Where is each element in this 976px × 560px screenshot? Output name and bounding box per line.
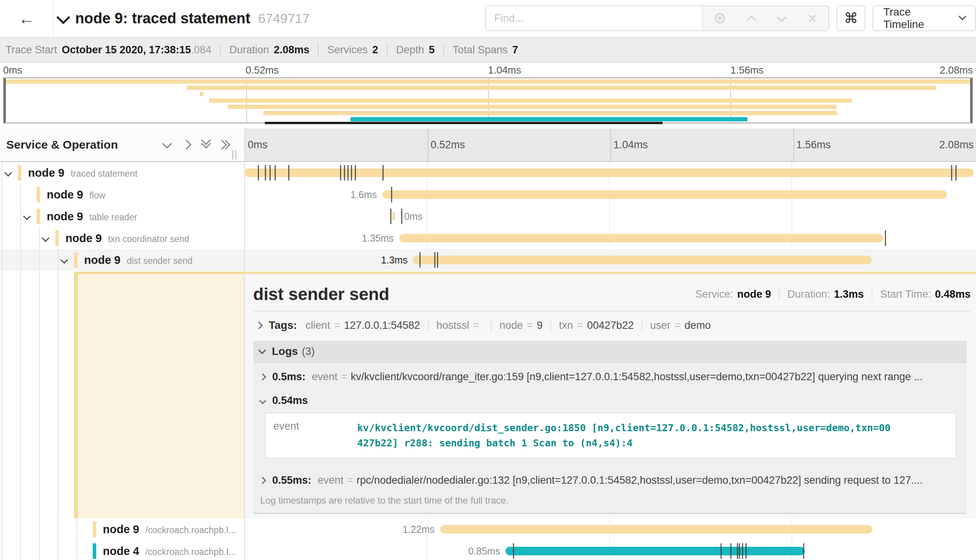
expand-all-icon[interactable]: [222, 141, 229, 148]
command-icon: ⌘: [844, 10, 858, 26]
log-field-value: kv/kvclient/kvcoord/dist_sender.go:1850 …: [357, 420, 891, 451]
view-selector-button[interactable]: Trace Timeline: [872, 5, 976, 31]
span-name-labels: node 9dist sender send: [84, 254, 192, 267]
log-field-key: event: [273, 420, 357, 451]
span-name-cell[interactable]: node 9flow: [0, 184, 245, 205]
span-bar-cell[interactable]: 1.35ms: [245, 227, 976, 249]
log-marker-tick: [340, 165, 341, 181]
span-expand-chevron-icon[interactable]: [4, 169, 12, 177]
span-row[interactable]: node 9txn coordinator send1.35ms: [0, 227, 976, 249]
log-entry[interactable]: 0.55ms: event = rpc/nodedialer/nodediale…: [253, 468, 967, 493]
span-row[interactable]: node 4/cockroach.roachpb.I...0.85ms: [0, 540, 976, 560]
span-bar-cell[interactable]: [245, 162, 976, 184]
log-key: event: [312, 371, 338, 383]
span-expand-chevron-icon[interactable]: [42, 234, 49, 242]
focus-match-icon[interactable]: [715, 13, 725, 23]
log-marker-tick: [288, 165, 289, 181]
log-marker-tick: [513, 543, 514, 559]
trace-start-value: October 15 2020, 17:38:15: [62, 44, 191, 56]
indent-guide: [2, 272, 2, 518]
log-entry-expanded-header[interactable]: 0.54ms: [253, 389, 967, 412]
find-bar: ×: [485, 5, 829, 31]
span-name-cell[interactable]: node 9dist sender send: [0, 249, 245, 271]
span-bar[interactable]: [392, 212, 395, 221]
span-name-cell[interactable]: node 9/cockroach.roachpb.I...: [0, 518, 245, 540]
tags-row[interactable]: Tags: client=127.0.0.1:54582hostssl=node…: [253, 313, 971, 338]
span-duration-label: 1.22ms: [403, 524, 435, 535]
next-match-icon[interactable]: [777, 12, 786, 22]
span-expand-chevron-icon[interactable]: [60, 256, 68, 264]
span-bar[interactable]: [382, 190, 947, 199]
divider: [220, 43, 221, 56]
service-operation-header: Service & Operation: [0, 128, 245, 161]
expand-one-icon[interactable]: [181, 140, 191, 149]
span-bar-cell[interactable]: 0.85ms: [245, 540, 976, 560]
span-bar-cell[interactable]: 0ms: [245, 205, 976, 227]
indent-guide: [20, 184, 21, 205]
log-entry[interactable]: 0.5ms: event = kv/kvclient/kvcoord/range…: [253, 364, 967, 389]
log-marker-tick: [275, 165, 276, 181]
prev-match-icon[interactable]: [747, 15, 756, 25]
minimap-canvas[interactable]: [3, 77, 973, 123]
span-expand-chevron-icon[interactable]: [23, 212, 31, 220]
trace-minimap[interactable]: 0ms0.52ms1.04ms1.56ms2.08ms: [0, 63, 976, 128]
collapse-all-icon[interactable]: [203, 141, 210, 148]
span-color-bar: [37, 209, 40, 224]
timeline-column-header: Service & Operation 0ms0.52ms1.04ms1.56m…: [0, 128, 976, 162]
column-divider[interactable]: [244, 128, 245, 560]
indent-guide: [39, 272, 40, 518]
span-duration-label: 1.3ms: [381, 255, 407, 266]
log-marker-tick: [344, 165, 345, 181]
selected-span-guide: [74, 274, 78, 518]
column-resize-handle[interactable]: [232, 150, 236, 160]
clear-find-icon[interactable]: ×: [808, 11, 817, 26]
span-name-cell[interactable]: node 4/cockroach.roachpb.I...: [0, 540, 245, 560]
tag-key: hostssl: [437, 319, 469, 332]
span-row[interactable]: node 9table reader0ms: [0, 205, 976, 227]
keyboard-shortcuts-button[interactable]: ⌘: [837, 5, 865, 31]
minimap-tick-label: 1.56ms: [731, 64, 764, 76]
span-row[interactable]: node 9dist sender send1.3ms: [0, 249, 976, 271]
minimap-right-handle[interactable]: [970, 78, 972, 123]
tag-value: 00427b22: [587, 319, 634, 332]
log-marker-tick: [258, 165, 259, 181]
span-name-cell[interactable]: node 9txn coordinator send: [0, 227, 245, 249]
logs-title: Logs: [272, 345, 298, 358]
indent-guide: [20, 540, 21, 560]
span-name-cell[interactable]: node 9traced statement: [0, 162, 245, 184]
timeline-ruler: 0ms0.52ms1.04ms1.56ms2.08ms: [245, 128, 976, 161]
minimap-tick-label: 0.52ms: [246, 64, 279, 76]
indent-guide: [20, 227, 21, 249]
span-operation-name: /cockroach.roachpb.I...: [145, 547, 236, 557]
span-bar-cell[interactable]: 1.3ms: [245, 249, 976, 271]
span-bar-cell[interactable]: 1.6ms: [245, 184, 976, 205]
service-operation-title: Service & Operation: [6, 138, 118, 151]
indent-guide: [76, 540, 77, 560]
span-bar[interactable]: [245, 169, 974, 177]
minimap-left-handle[interactable]: [4, 78, 6, 123]
minimap-viewport-bar[interactable]: [265, 122, 662, 124]
back-button[interactable]: ←: [0, 0, 54, 37]
log-keyvalue-table: event kv/kvclient/kvcoord/dist_sender.go…: [265, 413, 957, 458]
span-row[interactable]: node 9/cockroach.roachpb.I...1.22ms: [0, 518, 976, 540]
collapse-trace-chevron-icon[interactable]: [56, 11, 70, 24]
detail-left-gutter: [0, 272, 245, 518]
span-bar[interactable]: [413, 256, 871, 264]
logs-header[interactable]: Logs (3): [253, 341, 967, 363]
span-bar[interactable]: [440, 525, 872, 534]
span-bar-cell[interactable]: 1.22ms: [245, 518, 976, 540]
span-bar[interactable]: [506, 547, 805, 555]
total-spans-value: 7: [512, 44, 518, 56]
span-bar[interactable]: [399, 234, 883, 242]
chevron-right-icon: [255, 321, 263, 329]
indent-guide: [58, 518, 58, 540]
equals-sign: =: [675, 319, 681, 332]
span-name-cell[interactable]: node 9table reader: [0, 205, 245, 227]
span-row[interactable]: node 9traced statement: [0, 162, 976, 184]
collapse-one-icon[interactable]: [162, 139, 172, 148]
span-row[interactable]: node 9flow1.6ms: [0, 184, 976, 205]
log-marker-tick: [265, 165, 266, 181]
span-color-bar: [93, 543, 96, 559]
find-input[interactable]: [486, 6, 702, 30]
logs-count: (3): [302, 346, 315, 358]
